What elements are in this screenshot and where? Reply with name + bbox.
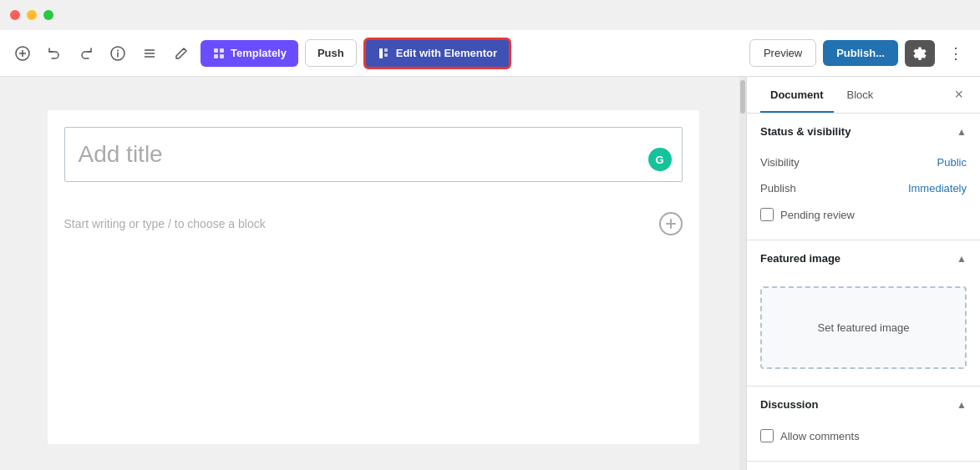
discussion-title: Discussion [760,398,818,411]
svg-rect-12 [220,54,224,58]
main-layout: Add title G Start writing or type / to c… [0,77,980,470]
status-visibility-content: Visibility Public Publish Immediately Pe… [747,149,980,240]
visibility-row: Visibility Public [747,149,980,175]
svg-rect-10 [220,48,224,53]
status-visibility-chevron: ▲ [957,126,967,138]
featured-image-section: Featured image ▲ Set featured image [747,240,980,387]
svg-rect-11 [214,54,218,58]
publish-value[interactable]: Immediately [908,182,967,195]
discussion-chevron: ▲ [957,399,967,411]
undo-btn[interactable] [42,41,67,66]
scroll-thumb [740,80,745,114]
edit-btn[interactable] [169,41,194,66]
traffic-light-yellow[interactable] [27,10,37,20]
more-options-btn[interactable]: ⋮ [942,41,970,66]
svg-point-5 [117,49,119,51]
editor-content: Add title G Start writing or type / to c… [48,110,699,444]
featured-image-title: Featured image [760,252,840,265]
list-view-btn[interactable] [137,41,162,66]
add-block-inline-btn[interactable] [659,212,683,235]
title-input-area[interactable]: Add title G [64,127,683,182]
pending-review-label: Pending review [780,209,855,221]
discussion-header[interactable]: Discussion ▲ [747,387,980,422]
traffic-light-red[interactable] [10,10,20,20]
publish-btn[interactable]: Publish... [823,40,898,66]
discussion-content: Allow comments [747,422,980,461]
redo-btn[interactable] [74,41,99,66]
status-visibility-header[interactable]: Status & visibility ▲ [747,114,980,149]
titlebar [0,0,980,30]
svg-rect-13 [379,48,383,58]
svg-rect-9 [214,48,218,53]
discussion-section: Discussion ▲ Allow comments [747,387,980,462]
settings-btn[interactable] [905,40,935,67]
block-hint: Start writing or type / to choose a bloc… [48,199,699,249]
push-btn[interactable]: Push [305,39,357,67]
status-visibility-title: Status & visibility [760,125,851,138]
featured-image-header[interactable]: Featured image ▲ [747,240,980,276]
sidebar: Document Block × Status & visibility ▲ V… [746,77,980,470]
title-placeholder[interactable]: Add title [79,141,668,168]
tab-document[interactable]: Document [760,77,834,113]
scrollbar[interactable] [739,77,746,470]
svg-rect-14 [384,48,388,52]
preview-btn[interactable]: Preview [749,39,816,67]
templately-btn[interactable]: Templately [201,40,298,67]
status-visibility-section: Status & visibility ▲ Visibility Public … [747,114,980,240]
editor-area: Add title G Start writing or type / to c… [0,77,746,470]
svg-rect-15 [384,53,388,57]
sidebar-tabs: Document Block × [747,77,980,114]
visibility-label: Visibility [760,156,800,169]
edit-with-elementor-btn[interactable]: Edit with Elementor [363,38,511,69]
grammarly-icon: G [648,148,672,171]
publish-row: Publish Immediately [747,175,980,201]
allow-comments-row: Allow comments [747,422,980,454]
featured-image-chevron: ▲ [957,253,967,265]
featured-image-content: Set featured image [747,286,980,386]
toolbar: Templately Push Edit with Elementor Prev… [0,30,980,77]
traffic-light-green[interactable] [43,10,53,20]
pending-review-row: Pending review [747,201,980,233]
info-btn[interactable] [105,41,130,66]
add-block-toolbar-btn[interactable] [10,41,35,66]
pending-review-checkbox[interactable] [760,208,774,221]
tab-block[interactable]: Block [837,77,884,113]
set-featured-image-btn[interactable]: Set featured image [760,286,967,369]
publish-label: Publish [760,182,796,195]
allow-comments-checkbox[interactable] [760,429,774,442]
allow-comments-label: Allow comments [780,430,860,442]
visibility-value[interactable]: Public [937,156,967,169]
sidebar-close-btn[interactable]: × [951,83,967,107]
